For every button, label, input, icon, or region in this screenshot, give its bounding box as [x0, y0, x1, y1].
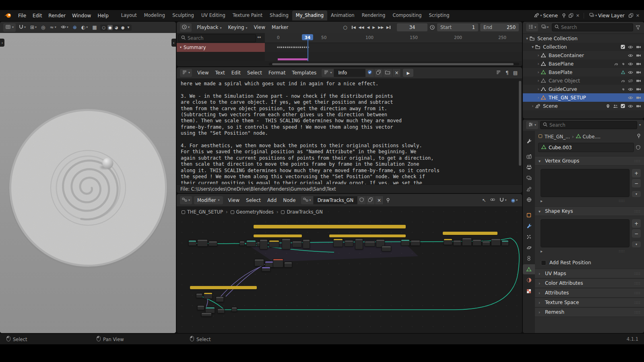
- overlays-button[interactable]: ◐▾: [80, 24, 89, 31]
- current-frame-badge[interactable]: 34: [302, 34, 313, 40]
- node-frame[interactable]: [190, 286, 257, 289]
- eye-toggle-icon[interactable]: [628, 104, 633, 108]
- outliner-row-baseplane[interactable]: ›BasePlane: [523, 60, 644, 68]
- text-menu-text[interactable]: Text: [212, 69, 228, 77]
- falloff-button[interactable]: ≈▾: [49, 24, 58, 31]
- workspace-tab-modeling[interactable]: Modeling: [140, 10, 169, 21]
- node[interactable]: [196, 293, 202, 298]
- properties-search[interactable]: [540, 121, 637, 129]
- camera-toggle-icon[interactable]: [636, 87, 641, 91]
- node[interactable]: [444, 239, 452, 245]
- check-toggle-icon[interactable]: [621, 104, 625, 108]
- properties-tab-world[interactable]: [523, 195, 535, 205]
- panel-texture-space[interactable]: ›Texture Space∷∷: [535, 298, 644, 307]
- current-frame-field[interactable]: 34: [397, 23, 427, 31]
- grip-icon[interactable]: ∷∷: [634, 159, 640, 163]
- outliner-row-carve-object[interactable]: ›Carve Object: [523, 76, 644, 85]
- shading-solid-button[interactable]: ◉: [107, 25, 113, 30]
- node-menu-node[interactable]: Node: [280, 196, 299, 204]
- auto-offset-button[interactable]: [489, 197, 496, 204]
- expand-channels-icon[interactable]: ↔: [257, 35, 261, 40]
- camera-toggle-icon[interactable]: [636, 104, 641, 108]
- node-frame[interactable]: [254, 225, 406, 228]
- outliner-row-scene[interactable]: ›Scene: [523, 102, 644, 110]
- summary-keyframes[interactable]: [265, 43, 522, 52]
- node-context-dropdown[interactable]: Modifier▾: [194, 196, 223, 204]
- text-menu-format[interactable]: Format: [265, 69, 289, 77]
- editor-type-button[interactable]: ▾: [3, 23, 16, 32]
- use-preview-range-icon[interactable]: [429, 25, 435, 30]
- node[interactable]: [284, 262, 292, 267]
- new-text-button[interactable]: [374, 69, 383, 77]
- display-mode-button[interactable]: ▾: [540, 24, 550, 31]
- eye-toggle-icon[interactable]: [628, 87, 633, 91]
- channel-search[interactable]: [178, 34, 256, 42]
- frame-end-field[interactable]: End250: [480, 23, 519, 31]
- timeline-menu-marker[interactable]: Marker: [268, 23, 291, 31]
- expand-arrow-icon[interactable]: ›: [530, 104, 535, 108]
- remove-vertex-group-button[interactable]: −: [632, 179, 641, 187]
- add-vertex-group-button[interactable]: +: [632, 169, 641, 177]
- workspace-tab-scripting[interactable]: Scripting: [425, 10, 453, 21]
- properties-tab-data[interactable]: [523, 264, 535, 274]
- unlink-node-tree-button[interactable]: ×: [375, 196, 384, 204]
- fake-user-icon[interactable]: [636, 145, 641, 150]
- editor-type-button[interactable]: ▾: [180, 196, 192, 204]
- collapse-arrow-icon[interactable]: ▾: [524, 36, 530, 41]
- snap-button[interactable]: ▾: [18, 24, 27, 31]
- pin-node-tree-icon[interactable]: [386, 198, 390, 203]
- frame-start-field[interactable]: Start1: [437, 23, 478, 31]
- eye-off-toggle-icon[interactable]: [628, 79, 633, 83]
- expand-arrow-icon[interactable]: ›: [536, 70, 541, 74]
- node[interactable]: [239, 241, 245, 246]
- eye-toggle-icon[interactable]: [628, 96, 633, 100]
- grip-icon[interactable]: ∷∷: [634, 272, 640, 276]
- expand-icon[interactable]: ▸: [541, 249, 543, 253]
- eye-toggle-icon[interactable]: [628, 70, 633, 74]
- shape-keys-list[interactable]: [541, 219, 630, 247]
- grip-icon[interactable]: ∷∷: [634, 281, 640, 286]
- workspace-tab-compositing[interactable]: Compositing: [389, 10, 425, 21]
- add-rest-position-checkbox[interactable]: [541, 260, 546, 265]
- camera-toggle-icon[interactable]: [636, 96, 641, 100]
- properties-tab-scene[interactable]: [523, 184, 535, 194]
- playhead[interactable]: [308, 40, 308, 61]
- node[interactable]: [382, 246, 391, 251]
- outliner-row-scene-collection[interactable]: ▾Scene Collection: [523, 34, 644, 43]
- editor-type-button[interactable]: ▾: [526, 121, 538, 129]
- properties-tab-texture[interactable]: [523, 286, 535, 296]
- node-menu-add[interactable]: Add: [264, 196, 280, 204]
- syntax-highlight-toggle[interactable]: ▤: [512, 69, 519, 76]
- node-frame[interactable]: [329, 234, 406, 237]
- editor-type-button[interactable]: ▾: [526, 23, 538, 31]
- eye-toggle-icon[interactable]: [628, 45, 633, 49]
- properties-tab-tool[interactable]: [523, 136, 535, 146]
- panel-uv-maps[interactable]: ›UV Maps∷∷: [535, 269, 644, 278]
- editor-type-button[interactable]: ▾: [180, 69, 192, 77]
- proportional-edit-button[interactable]: ◎: [40, 24, 46, 31]
- node[interactable]: [333, 239, 343, 247]
- camera-toggle-icon[interactable]: [636, 53, 641, 58]
- workspace-tab-rendering[interactable]: Rendering: [358, 10, 389, 21]
- breadcrumb-data[interactable]: Cube....: [583, 134, 601, 140]
- open-text-button[interactable]: [383, 69, 392, 77]
- text-menu-edit[interactable]: Edit: [228, 69, 244, 77]
- panel-vertex-groups[interactable]: ▾ Vertex Groups ∷∷: [535, 156, 644, 166]
- overlays-toggle[interactable]: ◉▾: [510, 197, 519, 204]
- node[interactable]: [462, 238, 472, 246]
- shading-rendered-button[interactable]: ●: [120, 25, 126, 30]
- menu-edit[interactable]: Edit: [29, 12, 45, 20]
- node[interactable]: [411, 240, 420, 246]
- node[interactable]: [292, 241, 302, 247]
- text-content[interactable]: here we made a spiral which goes out ind…: [177, 78, 522, 189]
- node[interactable]: [355, 239, 363, 249]
- outliner-search[interactable]: [552, 23, 633, 31]
- panel-attributes[interactable]: ›Attributes∷∷: [535, 288, 644, 298]
- vertex-groups-list[interactable]: [541, 169, 630, 197]
- parent-tree-button[interactable]: ↖: [481, 197, 487, 204]
- filter-icon[interactable]: [635, 25, 641, 30]
- properties-tab-modifiers[interactable]: [523, 221, 535, 231]
- fake-user-toggle[interactable]: [357, 196, 366, 204]
- menu-file[interactable]: File: [15, 12, 29, 20]
- breadcrumb-item-geometrynodes[interactable]: GeometryNodes: [231, 209, 274, 215]
